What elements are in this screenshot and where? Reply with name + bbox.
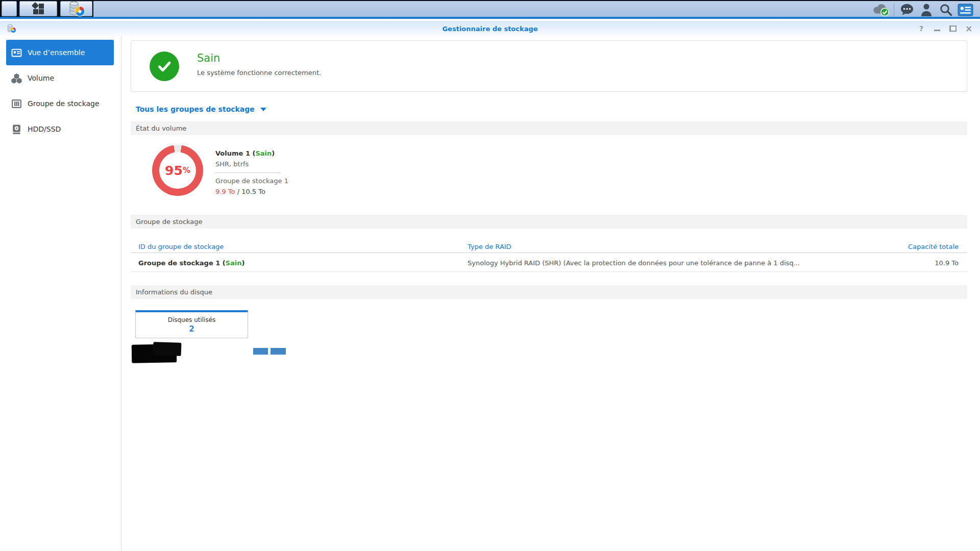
volume-name-close: ) <box>272 149 275 157</box>
pool-status-text: Sain <box>226 259 242 267</box>
volume-info: Volume 1 (Sain) SHR, btrfs Groupe de sto… <box>215 149 288 195</box>
disk-legend-swatch-2 <box>271 348 286 355</box>
cubes-icon <box>11 72 22 84</box>
health-text: Sain Le système fonctionne correctement. <box>197 52 321 77</box>
sidebar-item-label: Groupe de stockage <box>28 99 100 108</box>
volume-status-section-header: État du volume <box>131 121 967 135</box>
pool-row-capacity: 10.9 To <box>935 259 959 267</box>
volume-pool-name: Groupe de stockage 1 <box>215 177 288 185</box>
sidebar-item-label: HDD/SSD <box>28 125 61 133</box>
column-header-total-capacity[interactable]: Capacité totale <box>908 243 959 251</box>
minimize-button[interactable] <box>933 24 941 33</box>
window-title: Gestionnaire de stockage <box>442 25 537 33</box>
used-disks-count: 2 <box>136 324 248 334</box>
restore-icon <box>950 26 956 32</box>
window-titlebar: Gestionnaire de stockage ? × <box>0 21 980 36</box>
main-menu-button[interactable] <box>19 1 57 16</box>
used-disks-label: Disques utilisés <box>136 316 248 323</box>
storage-pool-section-header: Groupe de stockage <box>131 215 967 229</box>
column-header-raid-type[interactable]: Type de RAID <box>468 243 511 251</box>
search-icon[interactable] <box>936 2 955 17</box>
health-status: Sain <box>197 52 321 64</box>
volume-total-capacity: 10.5 To <box>241 188 265 195</box>
overview-icon <box>11 47 22 58</box>
volume-usage-percent: 95 <box>165 163 183 178</box>
disk-info-section-header: Informations du disque <box>131 285 967 299</box>
health-check-icon <box>150 52 179 81</box>
table-row-divider <box>131 271 967 272</box>
screen: Gestionnaire de stockage ? × Vue d’e <box>0 0 980 551</box>
sidebar-item-hdd-ssd[interactable]: HDD/SSD <box>6 116 114 142</box>
storage-pool-selector-label: Tous les groupes de stockage <box>136 105 255 113</box>
taskbar-separator <box>894 3 894 16</box>
system-health-card: Sain Le système fonctionne correctement. <box>131 40 967 92</box>
volume-used-capacity: 9.9 To <box>215 188 235 195</box>
used-disks-card[interactable]: Disques utilisés 2 <box>135 310 248 338</box>
minimize-icon <box>934 30 940 31</box>
help-button[interactable]: ? <box>917 24 925 33</box>
taskbar-status-area <box>871 2 975 18</box>
hdd-icon <box>11 123 22 135</box>
volume-name-text: Volume 1 ( <box>215 149 255 157</box>
taskbar-background <box>93 1 980 17</box>
capacity-separator: / <box>235 188 242 195</box>
disk-legend-swatch-1 <box>253 348 268 355</box>
pool-row-name[interactable]: Groupe de stockage 1 (Sain) <box>138 259 245 267</box>
volume-usage-percent-sign: % <box>183 166 190 175</box>
main-menu-icon <box>32 3 45 15</box>
caret-down-icon <box>260 108 266 111</box>
close-button[interactable]: × <box>965 24 973 33</box>
health-subtitle: Le système fonctionne correctement. <box>197 69 321 77</box>
pool-name-close: ) <box>242 259 245 267</box>
column-header-pool-id[interactable]: ID du groupe de stockage <box>138 243 224 251</box>
volume-capacity: 9.9 To / 10.5 To <box>215 188 288 195</box>
volume-info-divider <box>215 172 281 173</box>
taskbar <box>0 0 980 19</box>
window-controls: ? × <box>917 21 973 36</box>
chat-icon[interactable] <box>897 2 917 17</box>
volume-usage-donut: 95% <box>152 145 203 196</box>
storage-pool-selector[interactable]: Tous les groupes de stockage <box>136 105 266 113</box>
pool-name-text: Groupe de stockage 1 ( <box>138 259 226 267</box>
sidebar-item-volume[interactable]: Volume <box>6 65 114 91</box>
volume-usage-donut-label: 95% <box>159 152 196 189</box>
sidebar: Vue d’ensemble Volume <box>0 36 121 551</box>
sidebar-item-label: Volume <box>28 74 54 82</box>
pool-row-raid-type: Synology Hybrid RAID (SHR) (Avec la prot… <box>468 259 800 267</box>
taskbar-storage-manager-button[interactable] <box>60 1 92 16</box>
volume-status-text: Sain <box>255 149 272 157</box>
user-icon[interactable] <box>917 2 936 17</box>
restore-button[interactable] <box>949 24 957 33</box>
table-header-divider <box>131 253 967 253</box>
sidebar-item-storage-pool[interactable]: Groupe de stockage <box>6 91 114 116</box>
widgets-icon[interactable] <box>955 2 975 17</box>
sidebar-item-overview[interactable]: Vue d’ensemble <box>6 40 114 65</box>
storage-manager-icon <box>67 1 86 17</box>
window-app-icon <box>7 24 16 35</box>
overview-panel: Sain Le système fonctionne correctement.… <box>122 36 980 551</box>
cloud-sync-status-icon[interactable] <box>871 2 891 17</box>
storage-pool-icon <box>11 98 22 109</box>
show-desktop-button[interactable] <box>2 1 17 16</box>
window-body: Vue d’ensemble Volume <box>0 36 980 551</box>
volume-filesystem: SHR, btrfs <box>215 160 288 168</box>
redacted-text-block <box>132 342 183 363</box>
volume-name: Volume 1 (Sain) <box>215 149 288 157</box>
sidebar-item-label: Vue d’ensemble <box>28 48 85 57</box>
